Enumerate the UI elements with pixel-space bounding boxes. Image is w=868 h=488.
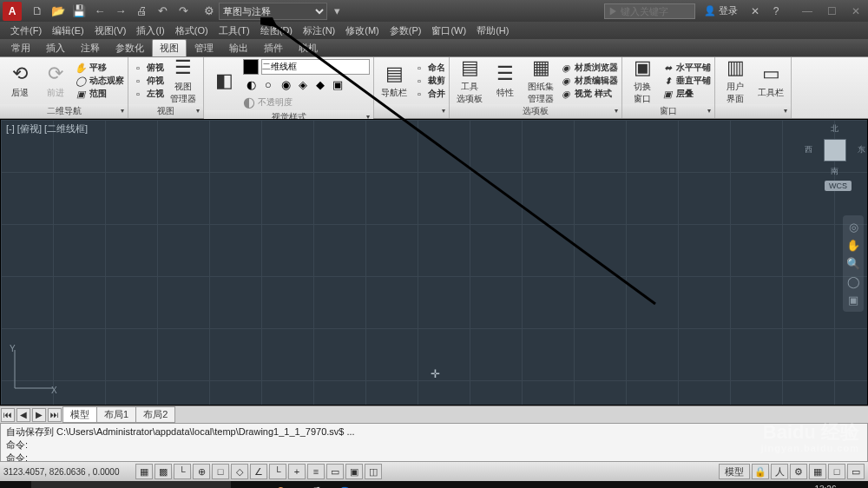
help-icon[interactable]: ? [767,3,785,20]
ui-button[interactable]: ▥用户 界面 [719,59,752,102]
menu-format[interactable]: 格式(O) [170,22,214,39]
menu-insert[interactable]: 插入(I) [131,22,169,39]
drawing-canvas[interactable]: [-] [俯视] [二维线框] 北 南 西 东 WCS ◎ ✋ 🔍 ◯ ▣ ✛ … [0,119,868,406]
qat-open-icon[interactable]: 📂 [49,3,68,20]
app-logo[interactable]: A [3,2,22,21]
panel-title-palettes[interactable]: 选项板 [450,104,621,118]
menu-dimension[interactable]: 标注(N) [298,22,340,39]
osnap-toggle[interactable]: □ [212,464,229,479]
navbar-button[interactable]: ▤导航栏 [378,59,411,102]
menu-edit[interactable]: 编辑(E) [47,22,89,39]
panel-title-window[interactable]: 窗口 [622,104,714,118]
tray-clock[interactable]: 13:262018/12/22 [804,485,847,488]
status-iso[interactable]: ▦ [809,464,826,479]
close-button[interactable]: ✕ [844,2,868,21]
otrack-toggle[interactable]: ∠ [250,464,267,479]
layout-last[interactable]: ⏭ [48,408,62,422]
vs-icon-2[interactable]: ○ [260,76,276,92]
ducs-toggle[interactable]: └ [269,464,286,479]
taskbar-app-3[interactable]: 🎬 [299,481,328,488]
dyn-toggle[interactable]: + [288,464,306,479]
tpy-toggle[interactable]: ▭ [326,464,344,479]
visual-swatch[interactable] [243,59,259,75]
properties-button[interactable]: ☰特性 [489,59,522,102]
lwt-toggle[interactable]: ≡ [307,464,325,479]
start-button[interactable]: ⊞ [0,481,31,488]
left-view[interactable]: ▫左视 [132,88,164,100]
sheetset-button[interactable]: ▦图纸集 管理器 [524,59,557,102]
3dosnap-toggle[interactable]: ◇ [231,464,248,479]
zoom-icon[interactable]: 🔍 [846,257,860,270]
qat-print-icon[interactable]: 🖨 [132,3,151,20]
join-item[interactable]: ▫合并 [413,88,445,100]
viewport-label[interactable]: [-] [俯视] [二维线框] [6,122,88,135]
panel-title-views[interactable]: 视图 [128,104,203,118]
layout-prev[interactable]: ◀ [16,408,30,422]
qat-redo-icon[interactable]: → [111,3,130,20]
chevron-down-icon[interactable]: ▾ [327,3,346,20]
status-anno[interactable]: 人 [771,464,788,479]
login-button[interactable]: 登录 [699,4,743,17]
qp-toggle[interactable]: ▣ [345,464,363,479]
toolbar-button[interactable]: ▭工具栏 [754,59,787,102]
qat-fwd-icon[interactable]: ↷ [174,3,193,20]
tile-v[interactable]: ⬍垂直平铺 [661,75,711,87]
show-icon[interactable]: ▣ [848,293,858,307]
tab-manage[interactable]: 管理 [187,39,221,57]
view-cube-face[interactable] [824,139,846,162]
qat-save-icon[interactable]: 💾 [69,3,89,20]
ortho-toggle[interactable]: └ [174,464,191,479]
orbit-item[interactable]: ◯动态观察 [75,75,124,87]
help-search-input[interactable] [604,3,695,19]
tab-view[interactable]: 视图 [152,39,187,56]
menu-view[interactable]: 视图(V) [89,22,132,39]
tab-output[interactable]: 输出 [221,39,256,57]
tab-param[interactable]: 参数化 [108,39,152,57]
vs-icon-6[interactable]: ▣ [330,76,345,92]
tool-palette-button[interactable]: ▤工具 选项板 [453,59,486,102]
status-clean[interactable]: ▭ [847,464,865,479]
view-cube[interactable]: 北 南 西 东 [810,125,860,175]
panel-title-nav[interactable]: 二维导航 [0,104,128,118]
grid-toggle[interactable]: ▩ [155,464,172,479]
top-view[interactable]: ▫俯视 [132,62,164,74]
pan-item[interactable]: ✋平移 [75,62,124,74]
mat-browser[interactable]: ◉材质浏览器 [560,62,618,74]
layout-first[interactable]: ⏮ [1,408,15,422]
taskbar-app-4[interactable]: 🔵 [330,481,359,488]
layout-tab-model[interactable]: 模型 [62,406,97,423]
menu-file[interactable]: 文件(F) [5,22,47,39]
maximize-button[interactable]: ☐ [819,2,844,21]
bottom-view[interactable]: ▫仰视 [132,75,164,87]
switch-window-button[interactable]: ▣切换 窗口 [626,59,659,102]
menu-param[interactable]: 参数(P) [385,22,427,39]
wcs-badge[interactable]: WCS [825,181,852,191]
visual-style-dropdown[interactable] [261,59,370,75]
taskbar-search[interactable]: ○ 🎤 [31,481,231,488]
forward-button[interactable]: ⟳前进 [39,59,72,102]
panel-title-vport[interactable] [374,104,449,118]
taskbar-app-2[interactable]: 🎨 [267,481,297,488]
vs-icon-4[interactable]: ◈ [295,76,311,92]
tab-insert[interactable]: 插入 [38,39,73,57]
qat-undo-icon[interactable]: ← [90,3,109,20]
clip-item[interactable]: ▫裁剪 [413,75,445,87]
snap-toggle[interactable]: ▦ [135,464,153,479]
cascade[interactable]: ▣层叠 [661,88,711,100]
polar-toggle[interactable]: ⊕ [193,464,210,479]
minimize-button[interactable]: — [795,2,819,21]
tile-h[interactable]: ⬌水平平铺 [661,62,711,74]
wheel-icon[interactable]: ◎ [849,221,858,234]
vs-icon-3[interactable]: ◉ [278,76,293,92]
layout-tab-1[interactable]: 布局1 [96,406,136,423]
vs-icon-1[interactable]: ◐ [243,76,259,92]
sc-toggle[interactable]: ◫ [365,464,382,479]
menu-draw[interactable]: 绘图(D) [255,22,298,39]
status-ws-icon[interactable]: ⚙ [790,464,807,479]
visual-big-icon[interactable]: ◧ [207,59,240,102]
workspace-dropdown[interactable]: 草图与注释 [219,3,327,20]
tab-home[interactable]: 常用 [3,39,38,57]
tab-annotate[interactable]: 注释 [73,39,108,57]
workspace-selector[interactable]: ⚙ 草图与注释 ▾ [200,3,346,20]
taskbar-app-acad[interactable]: 🅰 [236,481,266,488]
